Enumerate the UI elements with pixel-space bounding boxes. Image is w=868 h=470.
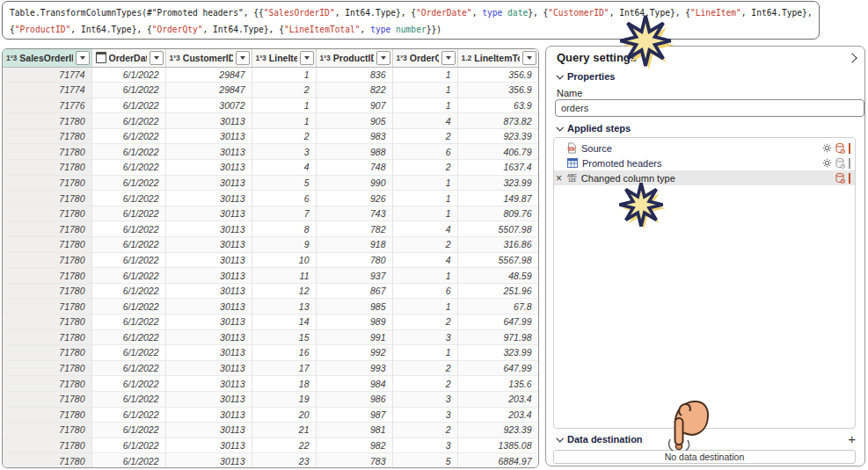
table-cell[interactable]: 982 (316, 437, 392, 453)
table-cell[interactable]: 992 (316, 345, 392, 361)
table-cell[interactable]: 71780 (3, 252, 91, 268)
column-header-orderqty[interactable]: 1²3OrderQty (392, 49, 457, 67)
table-cell[interactable]: 71780 (3, 160, 91, 176)
table-cell[interactable]: 983 (316, 128, 392, 144)
table-cell[interactable]: 71780 (3, 329, 91, 345)
table-cell[interactable]: 782 (316, 221, 392, 237)
data-destination-section-header[interactable]: Data destination + (557, 433, 856, 445)
filter-button[interactable] (441, 51, 456, 65)
table-cell[interactable]: 6/1/2022 (91, 113, 165, 129)
table-cell[interactable]: 71780 (3, 437, 91, 453)
table-cell[interactable]: 11 (252, 268, 316, 284)
table-cell[interactable]: 63.9 (457, 98, 538, 113)
table-cell[interactable]: 5 (252, 175, 316, 191)
table-cell[interactable]: 9 (252, 237, 316, 253)
table-cell[interactable]: 71780 (3, 128, 91, 144)
table-cell[interactable]: 6/1/2022 (91, 191, 165, 206)
table-cell[interactable]: 743 (316, 206, 392, 221)
table-cell[interactable]: 923.39 (457, 128, 538, 144)
table-cell[interactable]: 6/1/2022 (91, 283, 165, 299)
table-cell[interactable]: 991 (316, 329, 392, 345)
table-cell[interactable]: 6/1/2022 (91, 206, 165, 221)
table-cell[interactable]: 3 (392, 391, 457, 407)
table-cell[interactable]: 30113 (165, 376, 252, 392)
table-cell[interactable]: 780 (316, 252, 392, 268)
table-cell[interactable]: 71780 (3, 360, 91, 376)
table-cell[interactable]: 937 (316, 268, 392, 284)
table-cell[interactable]: 971.98 (457, 329, 538, 345)
filter-button[interactable] (236, 51, 250, 65)
table-cell[interactable]: 30113 (165, 315, 252, 330)
table-cell[interactable]: 203.4 (457, 407, 538, 423)
table-cell[interactable]: 1 (252, 98, 316, 113)
table-cell[interactable]: 71780 (3, 391, 91, 407)
table-cell[interactable]: 30113 (165, 221, 252, 237)
table-cell[interactable]: 30113 (165, 144, 252, 160)
formula-bar[interactable]: Table.TransformColumnTypes(#"Promoted he… (2, 1, 820, 40)
table-cell[interactable]: 988 (316, 144, 392, 160)
table-cell[interactable]: 323.99 (457, 345, 538, 361)
table-cell[interactable]: 985 (316, 299, 392, 315)
table-cell[interactable]: 1 (252, 113, 316, 129)
table-cell[interactable]: 2 (392, 423, 457, 438)
table-cell[interactable]: 6 (392, 144, 457, 160)
table-cell[interactable]: 2 (392, 360, 457, 376)
table-cell[interactable]: 30113 (165, 191, 252, 206)
table-cell[interactable]: 67.8 (457, 299, 538, 315)
table-cell[interactable]: 29847 (165, 67, 252, 83)
table-cell[interactable]: 2 (392, 376, 457, 392)
table-cell[interactable]: 907 (316, 98, 392, 113)
table-cell[interactable]: 3 (392, 407, 457, 423)
table-cell[interactable]: 7 (252, 206, 316, 221)
applied-step-source[interactable]: CSVSource (554, 141, 855, 155)
table-cell[interactable]: 16 (252, 345, 316, 361)
table-cell[interactable]: 6/1/2022 (91, 360, 165, 376)
table-cell[interactable]: 873.82 (457, 113, 538, 129)
table-cell[interactable]: 4 (392, 252, 457, 268)
table-cell[interactable]: 989 (316, 315, 392, 330)
table-cell[interactable]: 30113 (165, 268, 252, 284)
table-cell[interactable]: 6/1/2022 (91, 237, 165, 253)
table-cell[interactable]: 1 (392, 345, 457, 361)
table-cell[interactable]: 4 (392, 113, 457, 129)
table-cell[interactable]: 923.39 (457, 423, 538, 438)
table-cell[interactable]: 22 (252, 437, 316, 453)
no-data-destination-box[interactable]: No data destination (553, 450, 856, 464)
table-cell[interactable]: 71780 (3, 283, 91, 299)
table-cell[interactable]: 15 (252, 329, 316, 345)
table-cell[interactable]: 6/1/2022 (91, 175, 165, 191)
table-cell[interactable]: 3 (392, 437, 457, 453)
table-cell[interactable]: 30113 (165, 391, 252, 407)
table-cell[interactable]: 17 (252, 360, 316, 376)
table-cell[interactable]: 71780 (3, 237, 91, 253)
table-cell[interactable]: 30113 (165, 160, 252, 176)
filter-button[interactable] (300, 51, 314, 65)
table-cell[interactable]: 1 (392, 98, 457, 113)
table-cell[interactable]: 2 (392, 160, 457, 176)
filter-button[interactable] (522, 51, 536, 65)
table-cell[interactable]: 30113 (165, 283, 252, 299)
table-cell[interactable]: 149.87 (457, 191, 538, 206)
table-cell[interactable]: 323.99 (457, 175, 538, 191)
table-cell[interactable]: 18 (252, 376, 316, 392)
table-cell[interactable]: 2 (392, 315, 457, 330)
table-cell[interactable]: 809.76 (457, 206, 538, 221)
table-cell[interactable]: 6/1/2022 (91, 407, 165, 423)
table-cell[interactable]: 30113 (165, 360, 252, 376)
table-cell[interactable]: 647.99 (457, 315, 538, 330)
table-cell[interactable]: 71780 (3, 453, 91, 468)
table-cell[interactable]: 30113 (165, 299, 252, 315)
table-cell[interactable]: 71780 (3, 407, 91, 423)
table-cell[interactable]: 356.9 (457, 83, 538, 98)
table-cell[interactable]: 986 (316, 391, 392, 407)
table-cell[interactable]: 6/1/2022 (91, 315, 165, 330)
table-cell[interactable]: 6/1/2022 (91, 252, 165, 268)
table-cell[interactable]: 2 (252, 128, 316, 144)
table-cell[interactable]: 71780 (3, 113, 91, 129)
table-cell[interactable]: 1385.08 (457, 437, 538, 453)
table-cell[interactable]: 13 (252, 299, 316, 315)
applied-steps-section-header[interactable]: Applied steps (557, 123, 631, 134)
column-header-salesorderid[interactable]: 1²3SalesOrderID (3, 49, 91, 67)
table-cell[interactable]: 406.79 (457, 144, 538, 160)
table-cell[interactable]: 48.59 (457, 268, 538, 284)
